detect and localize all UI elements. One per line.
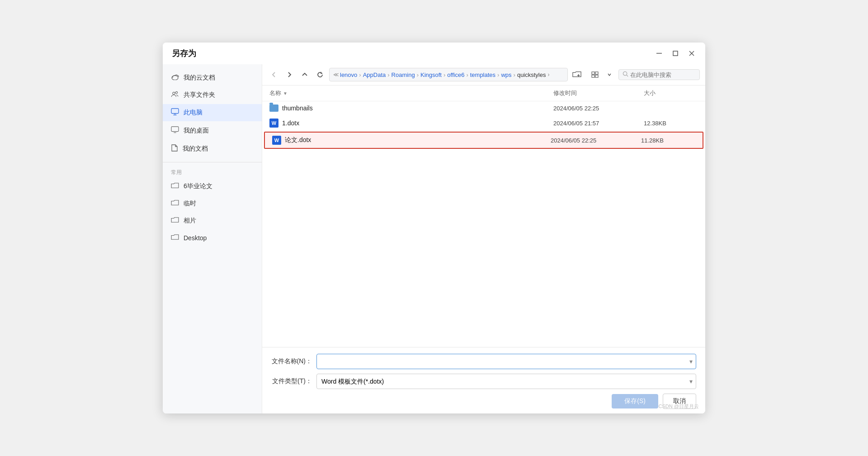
breadcrumb-wps[interactable]: wps [501, 71, 511, 78]
graduation-folder-icon [171, 182, 179, 190]
sidebar: 我的云文档 共享文件夹 此电脑 我的桌面 [163, 64, 262, 413]
file-date: 2024/06/05 21:57 [553, 120, 644, 127]
svg-rect-0 [656, 53, 662, 54]
sidebar-item-shared[interactable]: 共享文件夹 [163, 87, 262, 103]
filetype-select-wrap: Word 模板文件(*.dotx) ▾ [316, 374, 696, 389]
breadcrumb-lenovo[interactable]: lenovo [340, 71, 357, 78]
action-row: 保存(S) 取消 [271, 394, 696, 409]
filetype-row: 文件类型(T)： Word 模板文件(*.dotx) ▾ [271, 374, 696, 389]
save-as-dialog: 另存为 我的云文档 [163, 43, 705, 413]
sidebar-item-desktop2[interactable]: Desktop [163, 230, 262, 246]
svg-point-18 [623, 71, 627, 75]
sidebar-label-my-docs: 我的文档 [183, 145, 208, 153]
up-button[interactable] [298, 68, 311, 81]
sidebar-label-shared: 共享文件夹 [184, 91, 215, 99]
svg-rect-16 [592, 75, 594, 77]
col-header-name[interactable]: 名称 ▼ [269, 89, 553, 97]
pc-icon [171, 108, 179, 117]
breadcrumb-appdata[interactable]: AppData [363, 71, 386, 78]
svg-rect-7 [171, 109, 179, 114]
breadcrumb-roaming[interactable]: Roaming [392, 71, 415, 78]
minimize-button[interactable] [653, 47, 665, 60]
breadcrumb-templates[interactable]: templates [470, 71, 495, 78]
cloud-icon [171, 74, 179, 82]
sidebar-item-cloud[interactable]: 我的云文档 [163, 70, 262, 86]
toolbar: ≪ lenovo › AppData › Roaming › Kingsoft … [262, 64, 705, 86]
new-folder-button[interactable] [571, 68, 583, 81]
svg-rect-15 [595, 72, 598, 74]
sidebar-label-my-desktop: 我的桌面 [184, 127, 209, 135]
desktop2-folder-icon [171, 234, 179, 242]
sidebar-label-this-pc: 此电脑 [184, 109, 203, 117]
title-bar: 另存为 [163, 43, 705, 64]
filetype-select[interactable]: Word 模板文件(*.dotx) [316, 374, 696, 389]
my-docs-icon [171, 144, 178, 153]
breadcrumb-end-chevron: › [547, 71, 549, 78]
desktop-icon [171, 126, 179, 135]
filename-row: 文件名称(N)： ▾ [271, 354, 696, 369]
watermark: CSDN @日星月云 [659, 403, 699, 410]
sidebar-item-my-docs[interactable]: 我的文档 [163, 140, 262, 157]
col-header-modified[interactable]: 修改时间 [553, 89, 644, 97]
table-row[interactable]: W 1.dotx 2024/06/05 21:57 12.38KB [262, 115, 705, 131]
file-date: 2024/06/05 22:25 [553, 105, 644, 112]
close-button[interactable] [685, 47, 698, 60]
table-row[interactable]: thumbnails 2024/06/05 22:25 [262, 101, 705, 115]
file-name-cell: W 1.dotx [269, 119, 553, 128]
filetype-label: 文件类型(T)： [271, 377, 312, 385]
svg-rect-14 [592, 72, 594, 74]
photos-folder-icon [171, 217, 179, 225]
breadcrumb-kingsoft[interactable]: Kingsoft [420, 71, 442, 78]
file-name: thumbnails [282, 104, 313, 112]
filename-label: 文件名称(N)： [271, 357, 312, 366]
file-name: 1.dotx [282, 119, 299, 127]
svg-point-5 [173, 92, 175, 95]
sidebar-item-this-pc[interactable]: 此电脑 [163, 104, 262, 121]
svg-rect-17 [595, 75, 598, 77]
sidebar-section-common: 常用 [163, 167, 262, 177]
bottom-bar: 文件名称(N)： ▾ 文件类型(T)： Word 模板文件(*.dotx) ▾ [262, 347, 705, 413]
file-list: thumbnails 2024/06/05 22:25 W 1.dotx 202… [262, 101, 705, 347]
sidebar-item-temp[interactable]: 临时 [163, 195, 262, 212]
sidebar-item-photos[interactable]: 相片 [163, 213, 262, 229]
shared-icon [171, 91, 179, 99]
breadcrumb-quickstyles: quickstyles [517, 71, 546, 78]
view-mode-button[interactable] [589, 68, 601, 81]
breadcrumb-office6[interactable]: office6 [447, 71, 464, 78]
file-list-header: 名称 ▼ 修改时间 大小 [262, 86, 705, 101]
sidebar-label-temp: 临时 [184, 200, 196, 208]
search-input[interactable] [630, 71, 693, 78]
word-file-icon: W [272, 136, 281, 145]
filename-input[interactable] [316, 354, 696, 369]
filename-input-wrap: ▾ [316, 354, 696, 369]
search-box [618, 69, 700, 80]
save-button[interactable]: 保存(S) [612, 394, 658, 408]
sidebar-label-desktop2: Desktop [184, 234, 207, 242]
right-panel: ≪ lenovo › AppData › Roaming › Kingsoft … [262, 64, 705, 413]
temp-folder-icon [171, 200, 179, 208]
file-name-cell: thumbnails [269, 104, 553, 112]
address-bar[interactable]: ≪ lenovo › AppData › Roaming › Kingsoft … [329, 68, 568, 81]
file-name-cell: W 论文.dotx [272, 136, 551, 145]
maximize-button[interactable] [669, 47, 682, 60]
back-button[interactable] [268, 68, 280, 81]
file-date: 2024/06/05 22:25 [551, 137, 641, 144]
svg-rect-1 [673, 51, 678, 56]
file-name: 论文.dotx [285, 136, 311, 144]
table-row[interactable]: W 论文.dotx 2024/06/05 22:25 11.28KB [264, 132, 703, 149]
forward-button[interactable] [283, 68, 296, 81]
dialog-content: 我的云文档 共享文件夹 此电脑 我的桌面 [163, 64, 705, 413]
svg-line-19 [627, 75, 628, 76]
window-controls [653, 47, 698, 60]
search-icon [623, 71, 628, 78]
view-controls [589, 68, 616, 81]
sidebar-item-graduation[interactable]: 6毕业论文 [163, 178, 262, 195]
refresh-button[interactable] [314, 68, 326, 81]
breadcrumb-start-icon: ≪ [333, 71, 339, 78]
sidebar-label-photos: 相片 [184, 217, 196, 225]
sidebar-divider-1 [163, 162, 262, 162]
view-dropdown-button[interactable] [603, 68, 616, 81]
col-header-size: 大小 [644, 89, 698, 97]
word-file-icon: W [269, 119, 278, 128]
sidebar-item-my-desktop[interactable]: 我的桌面 [163, 122, 262, 139]
